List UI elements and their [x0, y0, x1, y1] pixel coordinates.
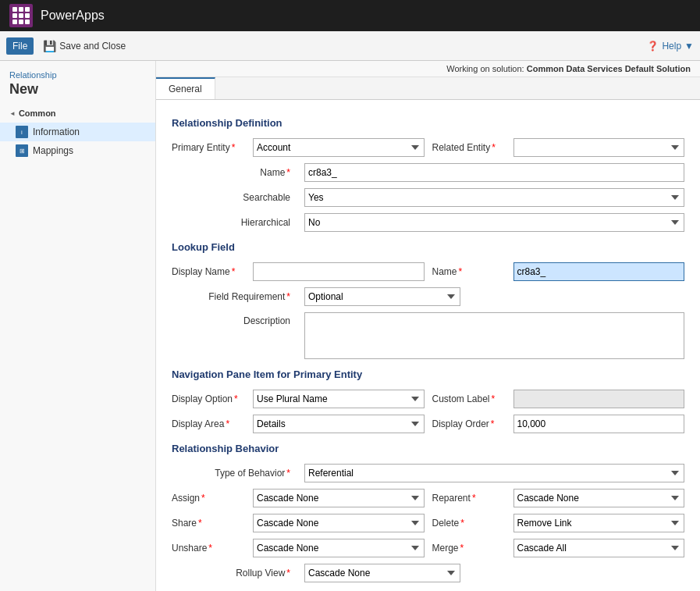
toolbar-right[interactable]: ❓ Help ▼: [647, 41, 694, 52]
file-button[interactable]: File: [6, 37, 34, 55]
unshare-select[interactable]: Cascade NoneCascade All: [253, 539, 425, 557]
related-entity-select[interactable]: [513, 138, 685, 157]
unshare-merge-row: Unshare* Cascade NoneCascade All Merge*: [172, 539, 684, 557]
name-input[interactable]: [304, 163, 684, 182]
description-row: Description: [172, 312, 684, 359]
mappings-icon: ⊞: [16, 144, 28, 157]
reparent-label: Reparent*: [432, 493, 510, 504]
form-content: Relationship Definition Primary Entity* …: [156, 100, 700, 591]
lookup-name-input[interactable]: [513, 262, 685, 281]
assign-label: Assign*: [172, 493, 250, 504]
share-select[interactable]: Cascade NoneCascade All: [253, 514, 425, 532]
display-order-label: Display Order*: [432, 418, 510, 429]
lookup-display-name-col: Display Name*: [172, 262, 425, 281]
main-layout: Relationship New Common i Information ⊞ …: [0, 61, 700, 591]
assign-select[interactable]: Cascade NoneCascade All: [253, 489, 425, 507]
sidebar-record-name: New: [0, 81, 155, 104]
app-grid-icon[interactable]: [9, 4, 33, 27]
description-textarea[interactable]: [304, 312, 684, 359]
searchable-select[interactable]: Yes No: [304, 188, 684, 207]
field-requirement-field: Optional Required Recommended: [304, 287, 460, 306]
rollup-label: Rollup View*: [172, 568, 297, 579]
lookup-display-name-field: [253, 262, 425, 281]
section-relationship-definition: Relationship Definition: [172, 117, 684, 129]
display-option-row: Display Option* Use Plural Name Use Cust…: [172, 390, 684, 408]
solution-name: Common Data Services Default Solution: [527, 64, 691, 73]
searchable-label: Searchable: [172, 192, 297, 203]
top-bar: PowerApps: [0, 0, 700, 31]
toolbar: File 💾 Save and Close ❓ Help ▼: [0, 31, 700, 61]
delete-select[interactable]: Remove LinkRestrictCascade All: [513, 514, 685, 532]
type-behavior-field: Referential Parental Configurable Cascad…: [304, 464, 684, 482]
sidebar-record-type: Relationship: [0, 69, 155, 81]
save-close-label: Save and Close: [59, 41, 126, 52]
delete-col: Delete* Remove LinkRestrictCascade All: [432, 514, 685, 532]
solution-prefix: Working on solution:: [446, 64, 524, 73]
assign-field: Cascade NoneCascade All: [253, 489, 425, 507]
share-label: Share*: [172, 518, 250, 529]
display-order-field: [513, 415, 685, 433]
content-area: Working on solution: Common Data Service…: [156, 61, 700, 591]
sidebar-item-information[interactable]: i Information: [0, 123, 155, 141]
tabs: General: [156, 77, 700, 100]
unshare-field: Cascade NoneCascade All: [253, 539, 425, 557]
help-label: Help: [662, 41, 681, 52]
related-entity-label: Related Entity*: [432, 142, 510, 153]
custom-label-input[interactable]: [513, 390, 685, 408]
display-option-select[interactable]: Use Plural Name Use Custom Label Do not …: [253, 390, 425, 408]
field-requirement-select[interactable]: Optional Required Recommended: [304, 287, 460, 306]
field-requirement-row: Field Requirement* Optional Required Rec…: [172, 287, 684, 306]
help-circle-icon: ❓: [647, 41, 659, 52]
grid-dots: [12, 7, 30, 24]
assign-reparent-row: Assign* Cascade NoneCascade All Reparent…: [172, 489, 684, 507]
merge-label: Merge*: [432, 543, 510, 554]
lookup-name-col: Name*: [432, 262, 685, 281]
primary-entity-select[interactable]: Account: [253, 138, 425, 157]
searchable-row: Searchable Yes No: [172, 188, 684, 207]
rollup-field: Cascade NoneCascade All: [304, 564, 460, 582]
sidebar-item-mappings-label: Mappings: [33, 145, 73, 156]
type-behavior-row: Type of Behavior* Referential Parental C…: [172, 464, 684, 482]
type-behavior-select[interactable]: Referential Parental Configurable Cascad…: [304, 464, 684, 482]
display-option-field: Use Plural Name Use Custom Label Do not …: [253, 390, 425, 408]
display-order-input[interactable]: [513, 415, 685, 433]
name-label: Name*: [172, 167, 297, 178]
display-area-field: Details Marketing Sales Service: [253, 415, 425, 433]
custom-label-field: [513, 390, 685, 408]
hierarchical-row: Hierarchical No Yes: [172, 213, 684, 232]
section-navigation-pane: Navigation Pane Item for Primary Entity: [172, 368, 684, 380]
related-required: *: [492, 142, 496, 153]
sidebar-section-header[interactable]: Common: [0, 104, 155, 123]
related-entity-field: [513, 138, 685, 157]
lookup-display-name-input[interactable]: [253, 262, 425, 281]
field-requirement-label: Field Requirement*: [172, 291, 297, 302]
share-delete-row: Share* Cascade NoneCascade All Delete*: [172, 514, 684, 532]
lookup-name-row: Display Name* Name*: [172, 262, 684, 281]
toolbar-left: File 💾 Save and Close: [6, 37, 132, 55]
name-field: [304, 163, 684, 182]
lookup-display-name-label: Display Name*: [172, 266, 250, 277]
merge-select[interactable]: Cascade AllCascade None: [513, 539, 685, 557]
reparent-field: Cascade NoneCascade All: [513, 489, 685, 507]
rollup-select[interactable]: Cascade NoneCascade All: [304, 564, 460, 582]
share-field: Cascade NoneCascade All: [253, 514, 425, 532]
delete-field: Remove LinkRestrictCascade All: [513, 514, 685, 532]
solution-banner: Working on solution: Common Data Service…: [156, 61, 700, 77]
display-option-col: Display Option* Use Plural Name Use Cust…: [172, 390, 425, 408]
primary-entity-label: Primary Entity*: [172, 142, 250, 153]
custom-label-label: Custom Label*: [432, 393, 510, 404]
hierarchical-select[interactable]: No Yes: [304, 213, 684, 232]
primary-entity-col: Primary Entity* Account: [172, 138, 425, 157]
reparent-select[interactable]: Cascade NoneCascade All: [513, 489, 685, 507]
display-area-select[interactable]: Details Marketing Sales Service: [253, 415, 425, 433]
display-area-col: Display Area* Details Marketing Sales Se…: [172, 415, 425, 433]
hierarchical-field: No Yes: [304, 213, 684, 232]
reparent-col: Reparent* Cascade NoneCascade All: [432, 489, 685, 507]
delete-label: Delete*: [432, 518, 510, 529]
sidebar-item-mappings[interactable]: ⊞ Mappings: [0, 141, 155, 160]
merge-field: Cascade AllCascade None: [513, 539, 685, 557]
display-area-row: Display Area* Details Marketing Sales Se…: [172, 415, 684, 433]
share-col: Share* Cascade NoneCascade All: [172, 514, 425, 532]
save-button[interactable]: 💾 Save and Close: [37, 37, 132, 55]
tab-general[interactable]: General: [156, 77, 215, 99]
